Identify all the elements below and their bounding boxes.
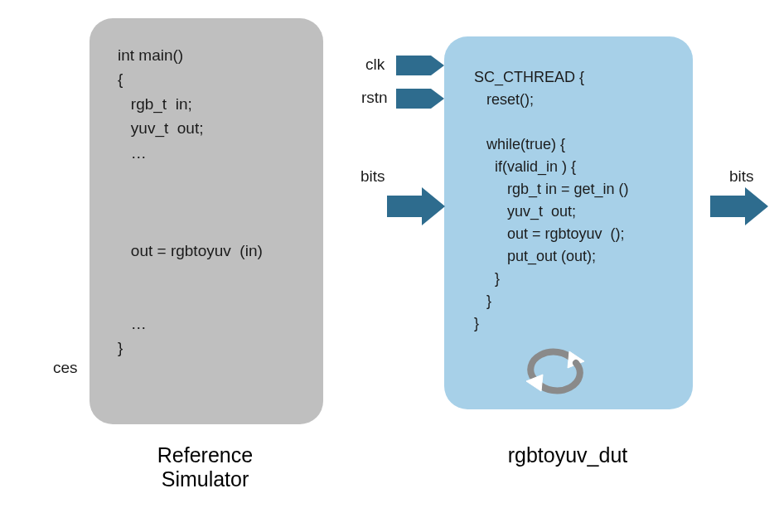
svg-marker-0	[396, 56, 444, 75]
ces-label: ces	[53, 359, 78, 377]
clk-arrow-icon	[396, 53, 446, 78]
bits-out-label: bits	[729, 167, 754, 186]
bits-in-label: bits	[360, 167, 385, 186]
rstn-arrow-icon	[396, 86, 446, 111]
svg-marker-2	[387, 187, 445, 225]
dut-code: SC_CTHREAD { reset(); while(true) { if(v…	[464, 61, 673, 335]
rstn-label: rstn	[361, 89, 388, 107]
svg-marker-3	[710, 187, 768, 225]
bits-in-arrow-icon	[387, 187, 448, 225]
bits-out-arrow-icon	[710, 187, 772, 225]
ref-simulator-code: int main() { rgb_t in; yuv_t out; … out …	[109, 43, 303, 360]
svg-marker-1	[396, 89, 444, 109]
clk-label: clk	[365, 56, 385, 74]
ref-simulator-label: Reference Simulator	[112, 443, 298, 491]
cycle-icon	[518, 346, 593, 396]
ref-simulator-box: int main() { rgb_t in; yuv_t out; … out …	[90, 18, 323, 424]
dut-label: rgbtoyuv_dut	[493, 443, 642, 467]
diagram-container: int main() { rgb_t in; yuv_t out; … out …	[0, 0, 779, 532]
